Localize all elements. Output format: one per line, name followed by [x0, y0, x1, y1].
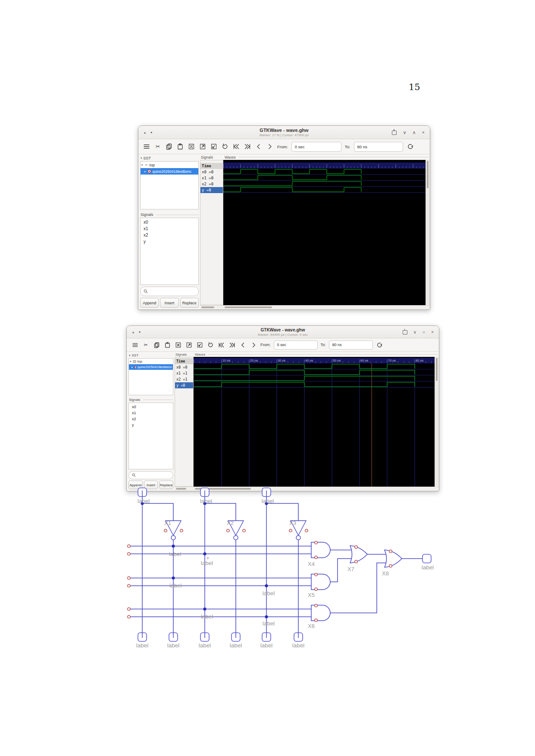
cut-icon[interactable]: ✂ — [154, 143, 162, 150]
list-item[interactable]: x1 — [141, 225, 198, 232]
sst-panel: ▾SST ▾ top ▸ quine20250419testbenc Signa… — [138, 154, 200, 309]
signals-panel-header: Signals — [141, 212, 153, 217]
search-input[interactable] — [140, 287, 199, 296]
net-label: label — [201, 613, 213, 620]
collapse-down-icon[interactable]: ▾ — [150, 131, 152, 134]
signal-row[interactable]: x1 =1 — [175, 370, 193, 376]
or-gate-x7 — [350, 546, 367, 563]
tree-row-top[interactable]: ▾ top — [141, 162, 198, 168]
vertical-scrollbar[interactable] — [435, 357, 439, 487]
zoom-fit-icon[interactable] — [188, 143, 195, 150]
to-label: To: — [345, 144, 350, 149]
waves-hscrollbar[interactable] — [223, 306, 430, 309]
cut-icon[interactable]: ✂ — [142, 341, 150, 349]
zoom-out-icon[interactable] — [199, 143, 206, 150]
to-input[interactable]: 80 ns — [354, 142, 403, 152]
tree-row-testbench[interactable]: ▸ quine20250419testbenc — [141, 168, 198, 175]
undo-icon[interactable] — [206, 341, 214, 349]
collapse-down-icon[interactable]: ▾ — [139, 330, 141, 334]
close-icon[interactable]: × — [431, 330, 434, 334]
expander-icon[interactable]: ▾ — [130, 360, 131, 363]
titlebar[interactable]: ▴ ▾ GTKWave - wave.ghw Marker: 17 fs | C… — [138, 126, 430, 139]
signal-row[interactable]: x0 =0 — [200, 169, 223, 175]
gate-label: X2 — [227, 520, 234, 526]
skip-end-icon[interactable] — [228, 341, 236, 349]
signal-row-selected[interactable]: y =0 — [200, 187, 223, 193]
time-row[interactable]: Time — [175, 358, 193, 364]
tree-row-top[interactable]: ▾ top — [129, 359, 173, 364]
reload-icon[interactable] — [376, 341, 384, 349]
expander-icon[interactable]: ▾ — [141, 156, 142, 160]
zoom-out-icon[interactable] — [185, 341, 193, 349]
prev-edge-icon[interactable] — [255, 143, 263, 150]
next-edge-icon[interactable] — [250, 341, 257, 349]
skip-end-icon[interactable] — [244, 143, 251, 150]
collapse-up-icon[interactable]: ▴ — [132, 330, 134, 334]
search-input[interactable] — [128, 471, 173, 479]
expander-icon[interactable]: ▸ — [141, 170, 146, 173]
close-icon[interactable]: × — [422, 130, 425, 135]
svg-text:40 ns: 40 ns — [305, 359, 313, 362]
list-item[interactable]: y — [141, 238, 198, 245]
append-button[interactable]: Append — [140, 298, 159, 308]
list-item[interactable]: x2 — [129, 416, 173, 422]
copy-icon[interactable] — [153, 341, 160, 349]
list-item[interactable]: x2 — [141, 232, 198, 238]
reload-icon[interactable] — [407, 143, 414, 150]
copy-icon[interactable] — [165, 143, 173, 150]
zoom-in-icon[interactable] — [196, 341, 203, 349]
menu-icon[interactable] — [143, 143, 150, 150]
insert-button[interactable]: Insert — [160, 298, 178, 308]
minimize-icon[interactable]: ∨ — [403, 130, 406, 135]
tree-row-testbench[interactable]: ▸ quine20250419testbenc — [129, 364, 173, 370]
zoom-fit-icon[interactable] — [174, 341, 182, 349]
skip-start-icon[interactable] — [232, 143, 240, 150]
pin-icon[interactable] — [403, 330, 407, 334]
signal-row[interactable]: x2 =1 — [175, 376, 193, 382]
menu-icon[interactable] — [131, 341, 139, 349]
signal-row-selected[interactable]: y =0 — [175, 382, 193, 388]
to-input[interactable]: 80 ns — [329, 341, 373, 350]
wave-display[interactable]: 10 ns20 ns30 ns40 ns50 ns60 ns70 ns80 ns — [194, 357, 435, 487]
titlebar[interactable]: ▴ ▾ GTKWave - wave.ghw Marker: 64400 ps … — [127, 326, 439, 338]
expander-icon[interactable]: ▾ — [129, 354, 131, 357]
skip-start-icon[interactable] — [217, 341, 225, 349]
paste-icon[interactable] — [163, 341, 171, 349]
from-input[interactable]: 0 sec — [274, 341, 318, 350]
search-icon — [144, 289, 148, 294]
gate-label: X1 — [164, 520, 171, 526]
circuit-wires — [129, 493, 428, 637]
maximize-icon[interactable]: ∧ — [413, 130, 416, 135]
replace-button[interactable]: Replace — [180, 298, 199, 308]
signal-row[interactable]: x1 =0 — [200, 175, 223, 181]
list-item[interactable]: x0 — [141, 219, 198, 225]
list-item[interactable]: y — [129, 422, 173, 428]
wave-display[interactable] — [223, 160, 425, 305]
expander-icon[interactable]: ▸ — [130, 366, 133, 369]
time-row[interactable]: Time — [200, 163, 223, 169]
next-edge-icon[interactable] — [266, 143, 274, 150]
net-label: label — [201, 560, 213, 566]
signals-panel-header: Signals — [129, 398, 140, 402]
expander-icon[interactable]: ▾ — [141, 163, 143, 167]
list-item[interactable]: x0 — [129, 404, 173, 410]
from-input[interactable]: 0 sec — [291, 142, 341, 152]
zoom-in-icon[interactable] — [210, 143, 218, 150]
module-icon — [133, 360, 136, 363]
maximize-icon[interactable]: ○ — [422, 330, 425, 334]
signal-row[interactable]: x0 =0 — [175, 364, 193, 370]
list-item[interactable]: x1 — [129, 410, 173, 416]
sst-header: SST — [144, 156, 151, 160]
collapse-up-icon[interactable]: ▴ — [144, 131, 146, 134]
net-label: label — [263, 590, 275, 597]
vertical-scrollbar[interactable] — [425, 160, 430, 305]
minimize-icon[interactable]: ∨ — [413, 330, 416, 334]
prev-edge-icon[interactable] — [239, 341, 247, 349]
signal-row[interactable]: x2 =0 — [200, 181, 223, 187]
paste-icon[interactable] — [176, 143, 184, 150]
pin-icon[interactable] — [392, 131, 397, 135]
input-label: label — [262, 498, 274, 504]
undo-icon[interactable] — [221, 143, 229, 150]
signals-hscrollbar[interactable] — [200, 306, 223, 309]
output-terminal — [422, 554, 431, 563]
